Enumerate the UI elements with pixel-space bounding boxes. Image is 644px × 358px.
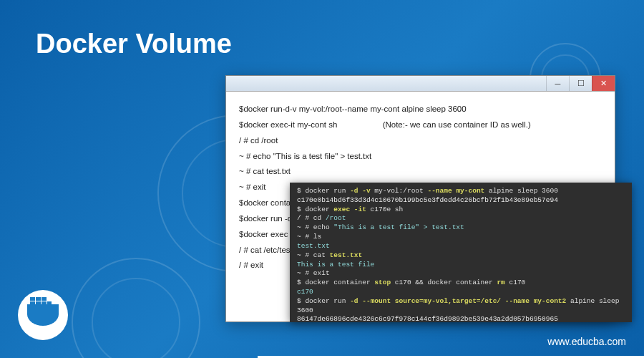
maximize-button[interactable]: ☐ [569,76,592,91]
terminal-output: c170 [297,288,625,297]
cmd-line: ~ # cat test.txt [239,164,602,180]
minimize-button[interactable]: ─ [546,76,569,91]
terminal-output: This is a test file [297,261,625,270]
whale-icon [27,304,59,326]
close-button[interactable]: ✕ [592,76,615,91]
container-hash: 86147de66896cde4326c6c97f978c144cf36d989… [297,315,625,322]
cmd-line: $docker exec-it my-cont sh [239,120,337,129]
terminal-output: test.txt [297,242,625,251]
page-title: Docker Volume [36,29,232,59]
window-titlebar: ─ ☐ ✕ [226,76,615,92]
site-url: www.educba.com [547,336,626,347]
container-hash: c170e0b14bd6f33d3d4c10670b199bc5e3fdedd4… [297,196,625,205]
terminal-window[interactable]: $ docker run -d -v my-vol:/root --name m… [290,183,632,322]
cmd-note: (Note:- we can use container ID as well.… [383,120,531,129]
cmd-line: / # cd /root [239,133,602,149]
gear-decoration [72,258,200,358]
cmd-line: ~ # echo "This is a test file" > test.tx… [239,149,602,165]
docker-logo [18,290,68,340]
cmd-line: $docker run-d-v my-vol:/root--name my-co… [239,105,467,113]
